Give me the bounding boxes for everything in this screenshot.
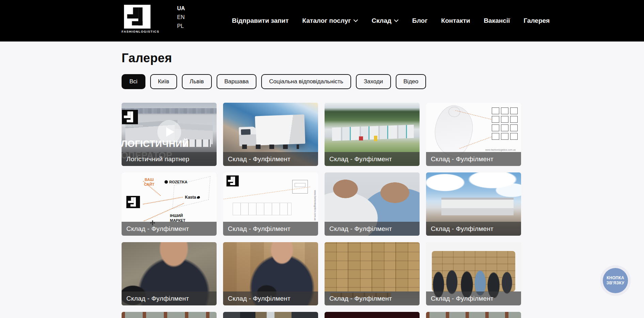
nav-contacts[interactable]: Контакти [441, 17, 470, 24]
fl-logo-icon [126, 196, 140, 208]
sketch-shelving-rows [233, 203, 292, 215]
nav-vacancies[interactable]: Вакансії [484, 17, 510, 24]
header: FASHIONLOGISTICS UA EN PL Відправити зап… [0, 0, 644, 41]
photo-worker-boxes-strip [223, 312, 318, 318]
nav-label: Вакансії [484, 17, 510, 24]
gallery-item-caption: Склад - Фулфілмент [325, 222, 420, 236]
filter-warsaw[interactable]: Варшава [217, 74, 257, 89]
fl-logo-icon [124, 5, 151, 29]
filter-all[interactable]: Всі [122, 74, 145, 89]
gallery-item-caption: Склад - Фулфілмент [223, 291, 318, 305]
gallery-item[interactable]: Склад - Фулфілмент [223, 103, 318, 166]
truck-trailer [255, 115, 305, 146]
gallery-item[interactable] [426, 312, 521, 318]
gallery-item-video[interactable]: FASHIONLOGISTICS ЛОГІСТИЧНИЙ ОПЕРАТОР Ло… [122, 103, 217, 166]
worker-sketch-head [449, 107, 460, 117]
nav-label: Відправити запит [232, 17, 289, 24]
truck-cab [239, 127, 256, 146]
gallery-item[interactable]: Склад - Фулфілмент [122, 242, 217, 305]
gallery-item-caption: Склад - Фулфілмент [426, 152, 521, 166]
nav-label: Контакти [441, 17, 470, 24]
gallery-item[interactable]: ВАШ САЙТ ROZETKA Kasta ІНШИЙ МАРКЕТ Скла… [122, 172, 217, 236]
photo-warehouse-racks-strip [122, 312, 217, 318]
watermark-wordmark: FASHIONLOGISTICS [122, 125, 138, 127]
contact-button-label: ЗВ'ЯЗКУ [607, 281, 624, 286]
fl-logo-icon [226, 175, 239, 187]
gallery-item[interactable]: Склад - Фулфілмент [223, 242, 318, 305]
nav-label: Склад [372, 17, 391, 24]
gallery-item-caption: Склад - Фулфілмент [223, 152, 318, 166]
gallery-item[interactable]: Склад - Фулфілмент [426, 172, 521, 236]
nav-services-catalog[interactable]: Каталог послуг [302, 17, 358, 24]
play-icon [166, 127, 174, 137]
gallery-item[interactable]: www.fashionlogistics.com.ua Склад - Фулф… [426, 103, 521, 166]
page-title: Галерея [122, 51, 172, 65]
gallery-item-caption: Склад - Фулфілмент [122, 291, 217, 305]
filter-kyiv[interactable]: Київ [150, 74, 177, 89]
photo-dark-red-scene-strip [325, 312, 420, 318]
contact-button-label: КНОПКА [607, 275, 624, 281]
gallery-grid: FASHIONLOGISTICS ЛОГІСТИЧНИЙ ОПЕРАТОР Ло… [122, 103, 521, 318]
gallery-item[interactable] [122, 312, 217, 318]
website-note-vertical: www.fashionlogistics.com.ua [314, 190, 316, 220]
fl-watermark: FASHIONLOGISTICS [122, 110, 138, 127]
label-your-site: ВАШ САЙТ [141, 177, 157, 187]
lang-en[interactable]: EN [177, 14, 185, 20]
gallery-page: FASHIONLOGISTICS UA EN PL Відправити зап… [0, 0, 644, 318]
nav-send-request[interactable]: Відправити запит [232, 17, 289, 24]
gallery-item[interactable]: Склад - Фулфілмент [426, 242, 521, 305]
main-nav: Відправити запит Каталог послуг Склад Бл… [232, 0, 550, 41]
filter-lviv[interactable]: Львів [182, 74, 212, 89]
chevron-down-icon [394, 19, 398, 22]
gallery-item[interactable] [325, 312, 420, 318]
label-rozetka: ROZETKA [164, 180, 187, 184]
gallery-item[interactable] [223, 312, 318, 318]
gallery-item-caption: Склад - Фулфілмент [426, 222, 521, 236]
contact-button-inner: КНОПКА ЗВ'ЯЗКУ [603, 268, 628, 293]
nav-label: Галерея [523, 17, 550, 24]
chevron-down-icon [354, 19, 358, 22]
warehouse-building [441, 198, 514, 215]
filter-social-responsibility[interactable]: Соціальна відповідальність [261, 74, 351, 89]
filter-bar: Всі Київ Львів Варшава Соціальна відпові… [122, 74, 426, 89]
label-kasta: Kasta [185, 195, 200, 200]
nav-label: Блог [412, 17, 427, 24]
box-diagram-grid [492, 107, 518, 140]
photo-racks-person-strip [426, 312, 521, 318]
brand-wordmark: FASHIONLOGISTICS [122, 30, 153, 33]
gallery-item-caption: Склад - Фулфілмент [325, 291, 420, 305]
gallery-item[interactable]: Склад - Фулфілмент [325, 172, 420, 236]
contact-button[interactable]: КНОПКА ЗВ'ЯЗКУ [600, 265, 631, 296]
gallery-item[interactable]: www.fashionlogistics.com.ua Склад - Фулф… [223, 172, 318, 236]
nav-blog[interactable]: Блог [412, 17, 427, 24]
sketch-computer [292, 180, 308, 194]
overlay-line: ЛОГІСТИЧНИЙ [122, 138, 189, 150]
lang-pl[interactable]: PL [177, 23, 185, 29]
gallery-item-caption: Склад - Фулфілмент [325, 152, 420, 166]
warehouse-roofs [332, 125, 414, 141]
gallery-item-caption: Логістичний партнер [122, 152, 217, 166]
gallery-item-caption: Склад - Фулфілмент [223, 222, 318, 236]
nav-label: Каталог послуг [302, 17, 351, 24]
nav-warehouse[interactable]: Склад [372, 17, 398, 24]
filter-events[interactable]: Заходи [356, 74, 391, 89]
gallery-item-caption: Склад - Фулфілмент [426, 291, 521, 305]
language-switcher: UA EN PL [177, 5, 185, 29]
fl-logo-icon [122, 110, 138, 124]
logo[interactable]: FASHIONLOGISTICS [122, 5, 153, 33]
gallery-item[interactable]: Склад - Фулфілмент [325, 103, 420, 166]
building-accent [374, 136, 377, 141]
gallery-item[interactable]: Склад - Фулфілмент [325, 242, 420, 305]
truck-wheels [242, 145, 299, 149]
filter-video[interactable]: Відео [396, 74, 426, 89]
gallery-item-caption: Склад - Фулфілмент [122, 222, 217, 236]
website-note: www.fashionlogistics.com.ua [485, 149, 516, 151]
nav-gallery[interactable]: Галерея [523, 17, 550, 24]
lang-ua[interactable]: UA [177, 5, 185, 12]
